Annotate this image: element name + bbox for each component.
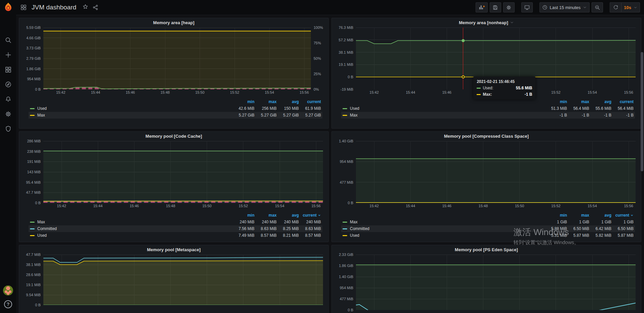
clock-icon bbox=[542, 5, 548, 10]
x-axis-label: 15:50 bbox=[202, 204, 212, 208]
dashboard-title[interactable]: JVM dashboard bbox=[32, 4, 76, 11]
legend-series-name: Committed bbox=[350, 226, 369, 231]
legend-value: -1 B bbox=[545, 113, 567, 118]
plot-area-codecache bbox=[43, 141, 323, 203]
legend-column-label: max bbox=[581, 99, 589, 104]
tooltip-series-row: Max:-1 B bbox=[477, 92, 532, 97]
plus-icon bbox=[5, 51, 12, 58]
panel-title-codecache[interactable]: Memory pool [Code Cache] bbox=[19, 132, 328, 140]
legend-row-used[interactable]: Used51.3 MiB56.4 MiB55.6 MiB56.4 MiB bbox=[341, 105, 635, 112]
sidebar-item-create[interactable] bbox=[0, 47, 16, 62]
legend-row-max[interactable]: Max5.27 GiB5.27 GiB5.27 GiB5.27 GiB bbox=[29, 112, 322, 119]
legend-value: 5.27 GiB bbox=[277, 113, 299, 118]
legend: minmaxavgcurrentMax240 MiB240 MiB240 MiB… bbox=[29, 212, 322, 239]
x-axis-label: 15:46 bbox=[442, 90, 452, 94]
x-axis-label: 15:44 bbox=[406, 204, 415, 208]
zoom-out-time-button[interactable] bbox=[592, 2, 603, 12]
legend-column-avg[interactable]: avg bbox=[277, 99, 299, 104]
refresh-interval-picker[interactable]: 10s bbox=[621, 2, 640, 12]
sidebar-item-configuration[interactable] bbox=[0, 106, 16, 121]
x-axis-label: 15:56 bbox=[624, 90, 633, 94]
legend-column-max[interactable]: max bbox=[254, 99, 277, 104]
legend-row-committed[interactable]: Committed7.56 MiB8.63 MiB8.25 MiB8.63 Mi… bbox=[29, 225, 322, 232]
save-dashboard-button[interactable] bbox=[490, 2, 501, 12]
dashboard-settings-button[interactable] bbox=[503, 2, 515, 12]
legend-column-min[interactable]: min bbox=[232, 213, 254, 218]
legend-row-max[interactable]: Max-1 B-1 B-1 B-1 B bbox=[341, 112, 635, 119]
refresh-icon bbox=[613, 5, 618, 10]
legend-value: 7.49 MiB bbox=[232, 233, 254, 238]
vertical-scrollbar[interactable] bbox=[641, 52, 643, 171]
user-avatar[interactable] bbox=[3, 285, 13, 296]
legend-column-min[interactable]: min bbox=[232, 99, 254, 104]
legend-column-avg[interactable]: avg bbox=[589, 213, 611, 218]
legend-series-name: Max bbox=[350, 220, 358, 224]
add-panel-button[interactable] bbox=[476, 2, 488, 12]
right-axis-label: 100% bbox=[314, 26, 323, 30]
legend-column-max[interactable]: max bbox=[254, 213, 277, 218]
series-swatch bbox=[30, 115, 35, 116]
legend-column-current[interactable]: current bbox=[299, 99, 321, 104]
legend-column-min[interactable]: min bbox=[545, 99, 567, 104]
x-axis-label: 15:44 bbox=[91, 90, 100, 94]
dashboard-grid-icon[interactable] bbox=[20, 4, 27, 11]
tooltip-series-value: -1 B bbox=[525, 92, 532, 97]
refresh-dashboard-button[interactable] bbox=[610, 2, 621, 12]
legend-column-max[interactable]: max bbox=[567, 213, 589, 218]
help-icon[interactable]: ? bbox=[4, 300, 12, 308]
panel-title-text: Memory pool [Code Cache] bbox=[146, 134, 202, 139]
legend-value: 5.82 MiB bbox=[589, 233, 611, 238]
legend-row-used[interactable]: Used42.6 MiB256 MiB150 MiB61.9 MiB bbox=[29, 105, 322, 112]
legend-column-max[interactable]: max bbox=[567, 99, 589, 104]
x-axis-label: 15:52 bbox=[551, 90, 561, 94]
y-axis-label: 1.86 GiB bbox=[26, 67, 41, 71]
y-axis-label: 0 B bbox=[35, 201, 41, 205]
legend-column-label: min bbox=[560, 213, 567, 218]
gear-icon bbox=[5, 110, 12, 118]
legend-value: 5.88 MiB bbox=[545, 226, 567, 231]
x-axis-label: 15:42 bbox=[369, 204, 379, 208]
y-axis-label: 19.1 MiB bbox=[339, 62, 353, 66]
legend-column-current[interactable]: current bbox=[611, 99, 634, 104]
x-axis-label: 15:56 bbox=[311, 204, 321, 208]
star-dashboard-icon[interactable] bbox=[82, 4, 88, 11]
panel-title-heap[interactable]: Memory area [heap] bbox=[19, 18, 328, 27]
legend-row-used[interactable]: Used7.49 MiB8.57 MiB8.21 MiB8.57 MiB bbox=[29, 232, 322, 239]
legend-column-avg[interactable]: avg bbox=[589, 99, 611, 104]
y-axis-label: 9.54 MiB bbox=[26, 293, 41, 297]
legend-column-current[interactable]: current bbox=[611, 213, 634, 218]
sidebar-item-server-admin[interactable] bbox=[0, 121, 16, 136]
grafana-logo[interactable] bbox=[0, 0, 16, 15]
legend-row-max[interactable]: Max1 GiB1 GiB1 GiB1 GiB bbox=[341, 219, 635, 225]
panel-title-compressed[interactable]: Memory pool [Compressed Class Space] bbox=[332, 132, 641, 140]
legend-value: 8.25 MiB bbox=[277, 226, 299, 231]
sidebar-item-dashboards[interactable] bbox=[0, 62, 16, 77]
tooltip-series-value: 55.6 MiB bbox=[516, 86, 532, 90]
legend-row-max[interactable]: Max240 MiB240 MiB240 MiB240 MiB bbox=[29, 219, 322, 225]
legend-column-min[interactable]: min bbox=[545, 213, 567, 218]
cycle-view-mode-button[interactable] bbox=[521, 2, 533, 12]
time-range-picker[interactable]: Last 15 minutes bbox=[539, 2, 590, 12]
panel-title-text: Memory pool [Compressed Class Space] bbox=[444, 134, 529, 139]
legend-value: 240 MiB bbox=[277, 220, 299, 224]
legend-row-committed[interactable]: Committed5.88 MiB6.50 MiB6.42 MiB6.50 Mi… bbox=[341, 225, 635, 232]
legend-column-avg[interactable]: avg bbox=[277, 213, 299, 218]
y-axis-label: 0 B bbox=[35, 87, 41, 91]
y-axis-label: 0 B bbox=[348, 75, 353, 79]
panel-title-nonheap[interactable]: Memory area [nonheap] bbox=[332, 18, 641, 27]
hover-point bbox=[461, 39, 465, 42]
sidebar-item-alerting[interactable] bbox=[0, 92, 16, 106]
y-axis-label: 57.2 MiB bbox=[339, 38, 353, 42]
x-axis-label: 15:54 bbox=[275, 204, 284, 208]
sidebar-item-explore[interactable] bbox=[0, 77, 16, 92]
legend-row-used[interactable]: Used5.31 MiB5.87 MiB5.82 MiB5.87 MiB bbox=[341, 232, 635, 239]
x-axis-label: 15:42 bbox=[369, 90, 379, 94]
y-axis-label: 238 MiB bbox=[27, 149, 41, 153]
x-axis: 15:4215:4415:4615:4815:5015:5215:5415:56 bbox=[43, 204, 323, 210]
panel-title-metaspace[interactable]: Memory pool [Metaspace] bbox=[19, 245, 328, 254]
legend-column-current[interactable]: current bbox=[299, 213, 321, 218]
panel-title-eden[interactable]: Memory pool [PS Eden Space] bbox=[332, 245, 641, 254]
share-dashboard-icon[interactable] bbox=[92, 4, 98, 10]
sidebar-item-search[interactable] bbox=[0, 33, 16, 47]
legend-value: 1 GiB bbox=[545, 220, 567, 224]
